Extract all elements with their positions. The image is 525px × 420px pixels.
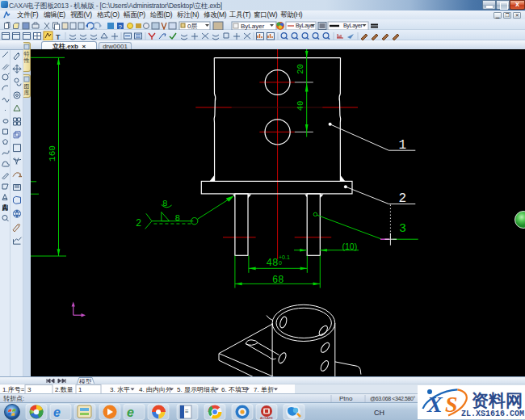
svg-text:6. 不填写: 6. 不填写: [221, 386, 248, 393]
svg-text:4. 由内向外: 4. 由内向外: [139, 386, 172, 393]
svg-text:2.数量: 2.数量: [55, 386, 74, 393]
svg-text:ByLayer: ByLayer: [343, 23, 363, 29]
svg-text:40: 40: [296, 101, 305, 111]
svg-text:2: 2: [399, 191, 407, 206]
svg-text:0: 0: [279, 260, 282, 266]
svg-text:图: 图: [24, 83, 30, 90]
svg-text:CH: CH: [374, 409, 384, 417]
svg-text:48: 48: [267, 258, 279, 269]
svg-text:3. 水平: 3. 水平: [110, 386, 130, 393]
svg-text:≡: ≡: [185, 408, 189, 415]
svg-text:S: S: [445, 392, 458, 417]
svg-text:资料网: 资料网: [472, 391, 523, 410]
svg-text:1.序号=: 1.序号=: [2, 386, 25, 393]
svg-text:160: 160: [48, 145, 57, 162]
svg-text:e: e: [53, 405, 61, 419]
svg-text:8: 8: [175, 213, 181, 223]
svg-text:ZL.XS1616.COM: ZL.XS1616.COM: [461, 410, 524, 418]
svg-text:5. 显示明细表: 5. 显示明细表: [177, 386, 216, 393]
svg-text:特: 特: [24, 51, 30, 57]
svg-text:性: 性: [23, 57, 30, 63]
svg-text:0层: 0层: [187, 23, 197, 30]
svg-text:+0.1: +0.1: [279, 254, 290, 260]
svg-text:Ptno: Ptno: [339, 395, 353, 402]
svg-text:@63.068 <342.580°: @63.068 <342.580°: [370, 396, 415, 401]
svg-text:转折点:: 转折点:: [3, 395, 24, 402]
svg-text:e: e: [127, 405, 134, 419]
svg-text:1: 1: [78, 386, 82, 393]
svg-text:20: 20: [296, 64, 305, 74]
svg-text:(10): (10): [342, 242, 358, 251]
svg-text:2: 2: [136, 218, 141, 229]
svg-text:库: 库: [24, 90, 30, 95]
svg-text:A: A: [2, 204, 8, 212]
svg-text:7. 单折: 7. 单折: [254, 386, 274, 393]
svg-text:3: 3: [399, 222, 406, 236]
svg-text:ADSAFE: ADSAFE: [260, 416, 273, 420]
svg-text:68: 68: [272, 275, 284, 286]
svg-text:X: X: [426, 392, 443, 417]
svg-text:T: T: [56, 33, 61, 41]
svg-text:3: 3: [27, 386, 32, 393]
svg-text:8: 8: [162, 199, 168, 208]
svg-text:1: 1: [399, 138, 407, 153]
svg-text:ByLayer: ByLayer: [241, 23, 265, 30]
